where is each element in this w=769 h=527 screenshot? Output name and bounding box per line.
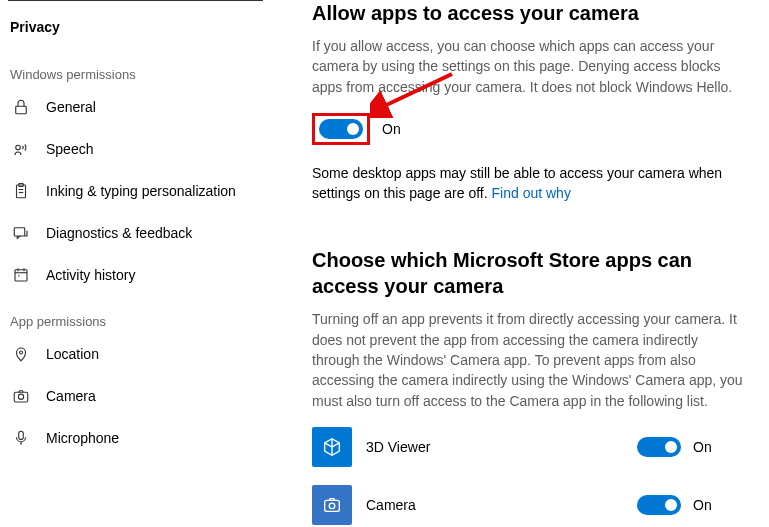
sidebar-item-label: Activity history: [46, 267, 135, 283]
choose-apps-desc: Turning off an app prevents it from dire…: [312, 309, 747, 410]
svg-rect-6: [14, 228, 25, 236]
sidebar-item-label: Diagnostics & feedback: [46, 225, 192, 241]
sidebar-item-activity-history[interactable]: Activity history: [0, 254, 288, 296]
svg-point-1: [16, 145, 21, 150]
clipboard-icon: [12, 182, 30, 200]
app-name-label: 3D Viewer: [366, 439, 623, 455]
location-icon: [12, 345, 30, 363]
main-content: Allow apps to access your camera If you …: [288, 0, 769, 527]
choose-apps-heading: Choose which Microsoft Store apps can ac…: [312, 247, 747, 299]
camera-icon: [12, 387, 30, 405]
sidebar-item-label: General: [46, 99, 96, 115]
app-camera-toggle[interactable]: [637, 495, 681, 515]
sidebar-item-location[interactable]: Location: [0, 333, 288, 375]
settings-sidebar: Privacy Windows permissions General Spee…: [0, 0, 288, 527]
sidebar-item-general[interactable]: General: [0, 86, 288, 128]
sidebar-item-label: Location: [46, 346, 99, 362]
sidebar-item-speech[interactable]: Speech: [0, 128, 288, 170]
sidebar-section-app-permissions: App permissions: [0, 296, 288, 333]
app-3d-viewer-toggle-label: On: [693, 439, 712, 455]
svg-rect-0: [16, 106, 27, 114]
svg-rect-7: [15, 270, 27, 281]
svg-rect-17: [325, 500, 340, 511]
find-out-why-link[interactable]: Find out why: [492, 185, 571, 201]
speech-icon: [12, 140, 30, 158]
allow-apps-desc: If you allow access, you can choose whic…: [312, 36, 747, 97]
svg-point-14: [18, 394, 23, 399]
app-camera-toggle-label: On: [693, 497, 712, 513]
sidebar-item-diagnostics[interactable]: Diagnostics & feedback: [0, 212, 288, 254]
app-3d-viewer-toggle[interactable]: [637, 437, 681, 457]
app-camera-icon: [312, 485, 352, 525]
sidebar-item-inking[interactable]: Inking & typing personalization: [0, 170, 288, 212]
app-name-label: Camera: [366, 497, 623, 513]
app-row-camera: Camera On: [312, 485, 747, 525]
desktop-apps-note: Some desktop apps may still be able to a…: [312, 163, 747, 204]
feedback-icon: [12, 224, 30, 242]
history-icon: [12, 266, 30, 284]
sidebar-item-label: Speech: [46, 141, 93, 157]
sidebar-item-microphone[interactable]: Microphone: [0, 417, 288, 459]
sidebar-item-label: Microphone: [46, 430, 119, 446]
camera-access-toggle-row: On: [312, 113, 401, 145]
sidebar-item-label: Inking & typing personalization: [46, 183, 236, 199]
microphone-icon: [12, 429, 30, 447]
camera-access-toggle[interactable]: [319, 119, 363, 139]
allow-apps-heading: Allow apps to access your camera: [312, 0, 747, 26]
svg-point-12: [20, 351, 23, 354]
search-underline: [8, 0, 263, 1]
svg-point-18: [329, 503, 335, 509]
sidebar-item-label: Camera: [46, 388, 96, 404]
sidebar-section-windows-permissions: Windows permissions: [0, 49, 288, 86]
app-row-3d-viewer: 3D Viewer On: [312, 427, 747, 467]
annotation-highlight: [312, 113, 370, 145]
camera-access-toggle-label: On: [382, 121, 401, 137]
svg-rect-15: [19, 431, 24, 439]
sidebar-item-camera[interactable]: Camera: [0, 375, 288, 417]
lock-icon: [12, 98, 30, 116]
sidebar-current-page: Privacy: [0, 13, 288, 49]
app-3d-viewer-icon: [312, 427, 352, 467]
